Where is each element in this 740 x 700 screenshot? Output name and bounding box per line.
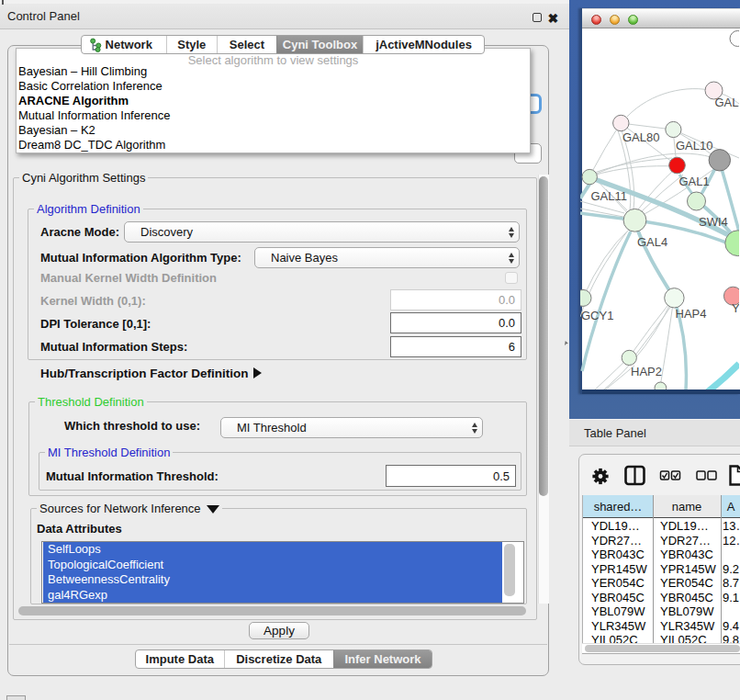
svg-text:GCY1: GCY1 — [581, 309, 613, 322]
svg-text:GAL1: GAL1 — [678, 175, 709, 188]
svg-text:HAP4: HAP4 — [675, 307, 706, 321]
svg-text:GAL10: GAL10 — [676, 139, 712, 152]
svg-text:HAP2: HAP2 — [631, 365, 662, 378]
svg-text:GAL2: GAL2 — [714, 96, 739, 109]
svg-text:GAL4: GAL4 — [637, 235, 667, 249]
svg-text:SWI4: SWI4 — [699, 215, 728, 229]
svg-text:GAL11: GAL11 — [590, 189, 627, 203]
svg-text:YM: YM — [732, 301, 739, 315]
svg-text:GAL80: GAL80 — [622, 130, 659, 144]
